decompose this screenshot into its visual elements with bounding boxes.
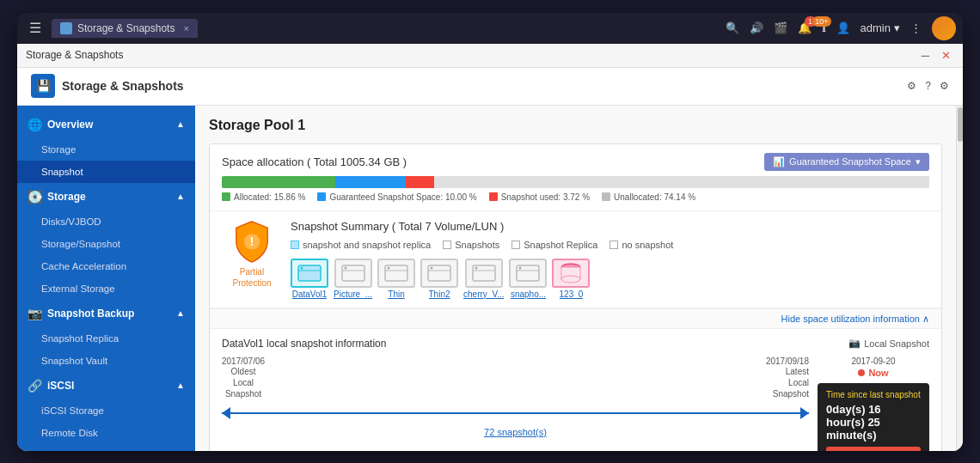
snapshots-count-link[interactable]: 72 snapshot(s) (222, 427, 809, 437)
legend-replica-label: Snapshot Replica (524, 240, 597, 250)
svg-point-16 (475, 266, 477, 269)
os-bar: ☰ Storage & Snapshots × 🔍 🔊 🎬 🔔 1 ℹ 10+ … (17, 13, 963, 44)
tab-icon (60, 22, 72, 34)
sidebar-item-lun-backup[interactable]: LUN Backup (17, 444, 195, 451)
scrollbar-thumb (958, 107, 963, 142)
info-icon[interactable]: ℹ 10+ (822, 21, 826, 34)
datavol1-icon (291, 259, 328, 288)
local-snapshot-label: 📷 Local Snapshot (848, 338, 929, 349)
sidebar-item-disks[interactable]: Disks/VJBOD (17, 210, 195, 233)
sidebar-item-remote-disk[interactable]: Remote Disk (17, 422, 195, 444)
user-area[interactable]: admin ▾ (861, 21, 900, 34)
app-logo-icon: 💾 (31, 74, 55, 98)
sidebar-disks-label: Disks/VJBOD (41, 216, 101, 227)
sidebar-snapshot-vault-label: Snapshot Vault (41, 356, 107, 366)
iscsi-icon: 🔗 (28, 379, 42, 393)
hide-info-button[interactable]: Hide space utilization information ∧ (781, 314, 929, 324)
guaranteed-legend-label: Guaranteed Snapshot Space: 10.00 % (329, 192, 476, 202)
volume-thin[interactable]: Thin (377, 259, 415, 299)
speaker-icon[interactable]: 🔊 (750, 21, 763, 34)
film-icon[interactable]: 🎬 (774, 21, 787, 34)
alloc-bar-used (406, 176, 434, 188)
picture-icon (334, 259, 372, 288)
sidebar-lun-backup-label: LUN Backup (41, 450, 97, 451)
storage-section-icon: 💽 (28, 190, 42, 204)
sidebar-overview-label: Overview (47, 119, 93, 131)
cherry-label: cherry_V... (463, 289, 504, 299)
bell-icon[interactable]: 🔔 1 (798, 21, 812, 34)
tab-close-icon[interactable]: × (183, 23, 188, 34)
sidebar-item-cache[interactable]: Cache Acceleration (17, 255, 195, 277)
sidebar-iscsi-label: iSCSI (47, 380, 74, 392)
volume-123-0[interactable]: 123_0 (552, 259, 590, 299)
sidebar-item-snapshot-vault[interactable]: Snapshot Vault (17, 350, 195, 372)
sidebar-item-external[interactable]: External Storage (17, 277, 195, 300)
latest-date: 2017/09/18 LatestLocalSnapshot (766, 356, 809, 399)
oldest-date: 2017/07/06 OldestLocalSnapshot (222, 356, 265, 399)
scrollbar[interactable] (956, 106, 963, 451)
volume-snapho[interactable]: snapho... (509, 259, 547, 299)
overview-caret-icon: ▲ (176, 119, 185, 129)
app-header: 💾 Storage & Snapshots ⚙ ? ⚙ (17, 68, 963, 106)
minimize-button[interactable]: ─ (918, 49, 933, 62)
sidebar-item-snapshot-backup-section[interactable]: 📷 Snapshot Backup ▲ (17, 300, 195, 327)
sidebar-item-overview[interactable]: 🌐 Overview ▲ (17, 111, 195, 138)
guaranteed-legend-dot (317, 192, 326, 201)
app-logo-text: Storage & Snapshots (62, 79, 184, 93)
legend-none-label: no snapshot (622, 240, 673, 250)
shield-icon: ! (230, 220, 273, 263)
sidebar-item-snapshot-replica[interactable]: Snapshot Replica (17, 327, 195, 350)
guaranteed-snapshot-space-button[interactable]: 📊 Guaranteed Snapshot Space ▾ (764, 153, 929, 171)
legend-replica-dot (511, 241, 520, 249)
btn-icon: 📊 (773, 156, 785, 168)
hamburger-menu-icon[interactable]: ☰ (24, 16, 46, 40)
close-button[interactable]: ✕ (938, 49, 954, 62)
sidebar-item-iscsi-section[interactable]: 🔗 iSCSI ▲ (17, 372, 195, 399)
iscsi-caret-icon: ▲ (176, 381, 185, 390)
app-header-icons: ⚙ ? ⚙ (907, 80, 949, 92)
main-content: Storage Pool 1 Space allocation ( Total … (195, 106, 956, 451)
volume-thin2[interactable]: Thin2 (420, 259, 458, 299)
sidebar-item-storage-snapshot[interactable]: Storage/Snapshot (17, 233, 195, 255)
volume-icons-container: DataVol1 Picture_... (291, 259, 929, 299)
thin-icon (377, 259, 415, 288)
window-controls: ─ ✕ (918, 49, 954, 62)
user-dropdown-icon: ▾ (894, 21, 900, 34)
alloc-legend: Allocated: 15.86 % Guaranteed Snapshot S… (222, 192, 929, 202)
sidebar-snapshot-label: Snapshot (41, 167, 83, 177)
legend-both-dot (291, 241, 299, 249)
volume-cherry[interactable]: cherry_V... (463, 259, 504, 299)
legend-none-dot (609, 241, 618, 249)
volume-datavol1[interactable]: DataVol1 (291, 259, 328, 299)
tab-label: Storage & Snapshots (77, 22, 175, 34)
volume-picture[interactable]: Picture_... (334, 259, 372, 299)
sidebar-remote-disk-label: Remote Disk (41, 428, 98, 438)
info-badge: 10+ (812, 16, 830, 27)
used-legend-label: Snapshot used: 3.72 % (501, 192, 590, 202)
app-help-icon[interactable]: ? (925, 80, 931, 92)
take-snapshot-button[interactable]: Take snapshot (826, 447, 921, 451)
summary-title: Snapshot Summary ( Total 7 Volume/LUN ) (291, 220, 929, 233)
user-icon[interactable]: 👤 (836, 21, 850, 34)
now-indicator: Now (818, 368, 929, 378)
sidebar-item-iscsi-storage[interactable]: iSCSI Storage (17, 399, 195, 422)
search-icon[interactable]: 🔍 (726, 21, 739, 34)
sidebar-item-snapshot[interactable]: Snapshot (17, 161, 195, 183)
app-settings-icon[interactable]: ⚙ (907, 80, 916, 92)
app-tab[interactable]: Storage & Snapshots × (52, 19, 198, 38)
now-label: Now (868, 368, 888, 378)
allocated-legend-dot (222, 192, 230, 201)
page-title: Storage Pool 1 (209, 118, 942, 133)
sidebar-item-storage[interactable]: Storage (17, 138, 195, 161)
sidebar-snapshot-replica-label: Snapshot Replica (41, 333, 119, 344)
app-titlebar: Storage & Snapshots ─ ✕ (17, 44, 963, 68)
app-titlebar-text: Storage & Snapshots (26, 49, 911, 61)
alloc-bar-guaranteed (335, 176, 406, 188)
svg-point-7 (344, 266, 346, 269)
app-config-icon[interactable]: ⚙ (940, 80, 949, 92)
alloc-bar-unallocated (434, 176, 929, 188)
toast-time: 0day(s) 16 hour(s) 25 minute(s) (826, 403, 921, 442)
more-options-icon[interactable]: ⋮ (910, 21, 922, 34)
timeline-title: DataVol1 local snapshot information (222, 338, 386, 350)
sidebar-item-storage-section[interactable]: 💽 Storage ▲ (17, 183, 195, 210)
